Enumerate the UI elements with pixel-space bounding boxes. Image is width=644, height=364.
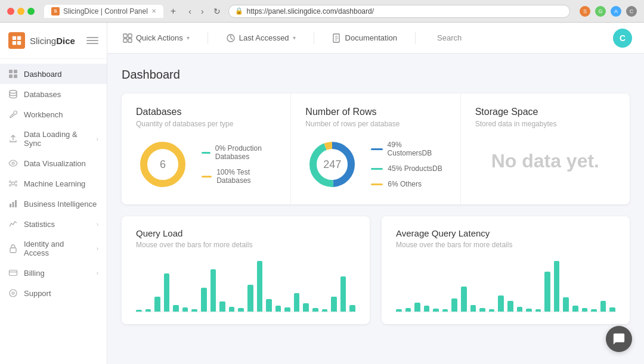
back-button[interactable]: ‹ [185, 5, 194, 17]
sidebar-item-workbench[interactable]: Workbench [0, 104, 107, 125]
bar[interactable] [322, 309, 328, 312]
logo-text: SlicingDice [30, 36, 75, 46]
user-profile-icon[interactable]: C [626, 6, 637, 17]
bar[interactable] [275, 306, 281, 312]
bar[interactable] [331, 297, 337, 312]
sidebar-item-dashboard[interactable]: Dashboard [0, 64, 107, 84]
others-legend-color [371, 183, 383, 185]
customersdb-legend-label: 49% CustomersDB [388, 141, 446, 157]
sidebar-item-data-viz[interactable]: Data Visualization [0, 153, 107, 173]
close-window-button[interactable] [7, 8, 14, 15]
tab-close-button[interactable]: ✕ [151, 8, 156, 14]
bar[interactable] [238, 308, 244, 312]
bar[interactable] [489, 309, 495, 312]
svg-rect-19 [15, 200, 17, 207]
url-bar[interactable]: 🔒 https://panel.slicingdice.com/dashboar… [228, 5, 570, 18]
bar[interactable] [451, 298, 457, 312]
bar[interactable] [349, 305, 355, 312]
page-title: Dashboard [122, 68, 630, 82]
bar[interactable] [572, 306, 578, 312]
bar[interactable] [461, 287, 467, 312]
bar[interactable] [340, 276, 346, 312]
bar[interactable] [479, 308, 485, 312]
extension-icon-3[interactable]: A [611, 6, 621, 17]
rows-donut-label: 247 [323, 158, 341, 171]
forward-button[interactable]: › [198, 5, 207, 17]
chat-button[interactable] [606, 326, 632, 352]
documentation-link[interactable]: Documentation [329, 31, 401, 45]
user-avatar[interactable]: C [613, 29, 632, 48]
bar[interactable] [526, 309, 532, 312]
search-button[interactable]: Search [430, 31, 465, 45]
hamburger-menu-button[interactable] [86, 35, 98, 46]
bar[interactable] [154, 297, 160, 312]
new-tab-button[interactable]: + [171, 6, 176, 17]
bar[interactable] [229, 307, 235, 312]
bar[interactable] [600, 301, 606, 312]
bar[interactable] [284, 307, 290, 312]
bar[interactable] [414, 303, 420, 312]
database-icon [8, 89, 18, 99]
test-legend-color [202, 176, 212, 178]
svg-point-14 [16, 185, 17, 186]
sidebar-item-billing[interactable]: Billing › [0, 263, 107, 283]
bar[interactable] [164, 273, 170, 312]
bar[interactable] [609, 307, 615, 312]
bar[interactable] [498, 295, 504, 312]
bar[interactable] [145, 309, 151, 312]
bar[interactable] [591, 309, 597, 312]
databases-donut-label: 6 [160, 158, 166, 171]
bar[interactable] [257, 261, 263, 312]
sidebar-item-support[interactable]: Support [0, 283, 107, 303]
bar[interactable] [294, 293, 300, 312]
bar[interactable] [219, 301, 225, 312]
bar[interactable] [507, 301, 513, 312]
bar[interactable] [266, 299, 272, 312]
bar[interactable] [210, 269, 216, 312]
bar[interactable] [136, 310, 142, 312]
bar[interactable] [563, 297, 569, 312]
browser-tab[interactable]: S SlicingDice | Control Panel ✕ [44, 5, 163, 18]
svg-rect-18 [13, 202, 14, 207]
query-load-title: Query Load [136, 228, 355, 238]
bar[interactable] [442, 309, 448, 312]
bar[interactable] [433, 309, 439, 312]
topbar-divider-2 [314, 32, 314, 44]
bar[interactable] [470, 305, 476, 312]
sidebar-item-machine-learning[interactable]: Machine Learning [0, 173, 107, 194]
sidebar-item-data-loading[interactable]: Data Loading & Sync › [0, 125, 107, 153]
extension-icon-2[interactable]: G [595, 6, 606, 17]
bar[interactable] [544, 272, 550, 312]
bar[interactable] [517, 307, 523, 312]
maximize-window-button[interactable] [27, 8, 35, 15]
bar[interactable] [303, 303, 309, 312]
bar[interactable] [312, 308, 318, 312]
storage-card: Storage Space Stored data in megabytes N… [461, 94, 630, 204]
extension-icon-1[interactable]: S [580, 6, 590, 17]
rows-donut-chart: 247 [305, 138, 359, 191]
sidebar-item-databases[interactable]: Databases [0, 84, 107, 104]
bar[interactable] [201, 288, 207, 312]
bar[interactable] [191, 309, 197, 312]
bar[interactable] [405, 308, 411, 312]
bar[interactable] [247, 285, 253, 312]
sidebar-item-bi[interactable]: Business Intelligence [0, 194, 107, 214]
bar[interactable] [182, 307, 188, 312]
minimize-window-button[interactable] [17, 8, 24, 15]
last-accessed-menu[interactable]: Last Accessed ▾ [222, 31, 299, 45]
quick-actions-menu[interactable]: Quick Actions ▾ [119, 31, 193, 45]
bar[interactable] [424, 306, 430, 312]
sidebar-item-statistics[interactable]: Statistics › [0, 214, 107, 234]
bar[interactable] [535, 309, 541, 312]
bar[interactable] [396, 309, 402, 312]
bar[interactable] [582, 308, 588, 312]
bar[interactable] [554, 261, 560, 312]
svg-rect-28 [128, 39, 132, 42]
sidebar-item-identity[interactable]: Identity and Access › [0, 234, 107, 263]
production-legend-label: 0% Production Databases [215, 144, 277, 161]
bar[interactable] [173, 305, 179, 312]
refresh-button[interactable]: ↻ [210, 5, 224, 17]
svg-rect-20 [10, 248, 16, 253]
svg-point-24 [12, 292, 14, 294]
databases-card: Databases Quantity of databases per type… [122, 94, 291, 204]
